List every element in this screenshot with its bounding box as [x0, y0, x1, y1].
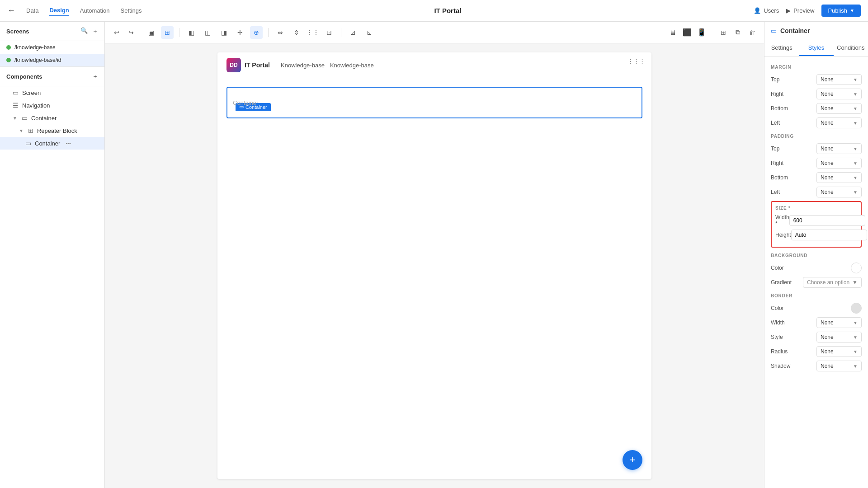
zoom-out[interactable]: ⊿	[347, 26, 359, 39]
border-shadow-row: Shadow None ▼	[771, 361, 862, 371]
tab-settings[interactable]: Settings	[764, 40, 799, 56]
margin-top-select[interactable]: None ▼	[816, 74, 862, 85]
container-more-icon[interactable]: •••	[66, 141, 71, 146]
preview-button[interactable]: ▶ Preview	[786, 7, 814, 14]
margin-top-row: Top None ▼	[771, 74, 862, 85]
margin-top-arrow: ▼	[853, 77, 858, 82]
component-container-root-label: Container	[31, 115, 57, 122]
padding-top-label: Top	[771, 145, 779, 152]
layout-icon-2[interactable]: ⊞	[161, 26, 174, 39]
padding-right-select[interactable]: None ▼	[816, 158, 862, 169]
zoom-in[interactable]: ⊾	[363, 26, 376, 39]
add-floating-button[interactable]: +	[623, 450, 642, 470]
redo-button[interactable]: ↪	[125, 26, 137, 39]
border-style-value: None	[821, 334, 834, 340]
bg-gradient-label: Gradient	[771, 279, 792, 286]
size-height-label: Height	[775, 232, 791, 238]
nav-design[interactable]: Design	[49, 5, 69, 16]
align-right[interactable]: ◨	[217, 26, 230, 39]
screen-item-knowledge-base[interactable]: /knowledge-base	[0, 41, 104, 54]
nav-settings[interactable]: Settings	[121, 5, 142, 16]
size-section: SIZE * Width * Height	[771, 201, 862, 248]
screen-path-2: /knowledge-base/id	[14, 57, 61, 63]
border-shadow-label: Shadow	[771, 363, 790, 369]
arrange[interactable]: ⋮⋮	[307, 26, 319, 39]
padding-left-select[interactable]: None ▼	[816, 187, 862, 197]
size-title: SIZE *	[775, 206, 857, 211]
back-button[interactable]: ←	[7, 6, 15, 15]
dist-v[interactable]: ⇕	[290, 26, 303, 39]
margin-bottom-label: Bottom	[771, 105, 788, 112]
components-title: Components	[6, 73, 42, 80]
component-repeater-label: Repeater Block	[37, 127, 77, 134]
breadcrumb-1[interactable]: Knowledge-base	[281, 62, 325, 69]
mobile-view[interactable]: 📱	[695, 26, 708, 39]
right-actions: 👤 Users ▶ Preview Publish ▼	[754, 5, 861, 17]
padding-top-select[interactable]: None ▼	[816, 143, 862, 154]
dist-h[interactable]: ⇔	[274, 26, 287, 39]
publish-button[interactable]: Publish ▼	[821, 5, 861, 17]
size-height-input[interactable]	[791, 230, 867, 240]
component-container-root[interactable]: ▼ ▭ Container	[0, 112, 104, 124]
margin-right-row: Right None ▼	[771, 89, 862, 99]
copy-btn[interactable]: ⧉	[731, 26, 744, 39]
align-cross[interactable]: ✛	[234, 26, 246, 39]
margin-left-select[interactable]: None ▼	[816, 117, 862, 128]
padding-bottom-select[interactable]: None ▼	[816, 172, 862, 183]
breadcrumb-2[interactable]: Knowledge-base	[330, 62, 374, 69]
align-center[interactable]: ◫	[201, 26, 214, 39]
component-navigation[interactable]: ☰ Navigation	[0, 99, 104, 112]
layout-icon-1[interactable]: ▣	[145, 26, 157, 39]
add-screen-icon[interactable]: ＋	[92, 27, 98, 35]
border-shadow-select[interactable]: None ▼	[816, 361, 862, 371]
screen-item-knowledge-base-id[interactable]: /knowledge-base/id	[0, 54, 104, 66]
border-width-select[interactable]: None ▼	[816, 317, 862, 328]
margin-right-value: None	[821, 91, 834, 97]
undo-button[interactable]: ↩	[110, 26, 123, 39]
component-repeater-block[interactable]: ▼ ⊞ Repeater Block	[0, 124, 104, 137]
tab-styles[interactable]: Styles	[799, 40, 833, 56]
bg-gradient-select[interactable]: Choose an option ▼	[803, 277, 862, 288]
margin-left-row: Left None ▼	[771, 117, 862, 128]
padding-title: PADDING	[771, 134, 862, 139]
main-layout: Screens 🔍 ＋ /knowledge-base /knowledge-b…	[0, 22, 868, 488]
size-width-input[interactable]	[789, 215, 865, 226]
tab-conditions[interactable]: Conditions	[834, 40, 868, 56]
border-radius-row: Radius None ▼	[771, 346, 862, 357]
border-color-label: Color	[771, 305, 784, 311]
container-box[interactable]: Container	[226, 87, 642, 118]
bg-color-swatch[interactable]	[851, 263, 862, 273]
margin-bottom-row: Bottom None ▼	[771, 103, 862, 114]
grid-view[interactable]: ⊞	[717, 26, 730, 39]
space[interactable]: ⊡	[323, 26, 335, 39]
margin-left-arrow: ▼	[853, 121, 858, 126]
margin-bottom-select[interactable]: None ▼	[816, 103, 862, 114]
dots-icon[interactable]: ⋮⋮⋮	[627, 58, 645, 65]
padding-right-label: Right	[771, 160, 783, 166]
delete-btn[interactable]: 🗑	[746, 26, 759, 39]
background-title: BACKGROUND	[771, 253, 862, 258]
padding-left-label: Left	[771, 189, 780, 195]
nav-data[interactable]: Data	[26, 5, 38, 16]
padding-right-row: Right None ▼	[771, 158, 862, 169]
margin-right-select[interactable]: None ▼	[816, 89, 862, 99]
align-active[interactable]: ⊕	[250, 26, 263, 39]
align-left[interactable]: ◧	[185, 26, 198, 39]
desktop-view[interactable]: 🖥	[666, 26, 679, 39]
add-component-icon[interactable]: ＋	[92, 72, 98, 80]
component-container-child[interactable]: ▭ Container •••	[0, 137, 104, 150]
padding-right-value: None	[821, 160, 834, 166]
search-icon[interactable]: 🔍	[80, 27, 88, 35]
logo-area: DD IT Portal	[226, 58, 270, 72]
frame-app-title: IT Portal	[245, 61, 270, 69]
screen-component-icon: ▭	[13, 89, 19, 96]
border-style-select[interactable]: None ▼	[816, 332, 862, 343]
margin-right-arrow: ▼	[853, 92, 858, 97]
border-radius-select[interactable]: None ▼	[816, 346, 862, 357]
border-color-swatch[interactable]	[851, 303, 862, 314]
tablet-view[interactable]: ⬛	[681, 26, 693, 39]
users-button[interactable]: 👤 Users	[754, 7, 779, 14]
nav-automation[interactable]: Automation	[80, 5, 110, 16]
margin-right-label: Right	[771, 91, 783, 97]
component-screen[interactable]: ▭ Screen	[0, 86, 104, 99]
